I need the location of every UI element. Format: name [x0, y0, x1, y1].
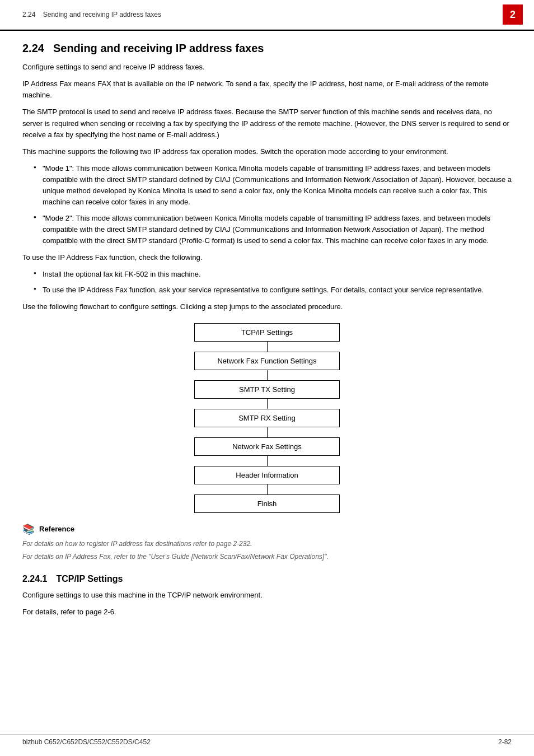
- reference-icon: 📚: [22, 523, 35, 535]
- chapter-badge: 2: [503, 4, 523, 25]
- reference-line-1: For details on how to register IP addres…: [22, 539, 512, 549]
- page-container: 2.24 Sending and receiving IP address fa…: [0, 0, 534, 756]
- flowchart: TCP/IP Settings Network Fax Function Set…: [22, 323, 512, 513]
- reference-header: 📚 Reference: [22, 523, 512, 535]
- flowchart-connector-3: [267, 399, 268, 409]
- flowchart-intro: Use the following flowchart to configure…: [22, 301, 512, 312]
- reference-block: 📚 Reference For details on how to regist…: [22, 523, 512, 562]
- header-section-label: Sending and receiving IP address faxes: [43, 11, 161, 18]
- flowchart-step-4[interactable]: SMTP RX Setting: [194, 409, 340, 427]
- reference-line-2: For details on IP Address Fax, refer to …: [22, 552, 512, 562]
- flowchart-step-3[interactable]: SMTP TX Setting: [194, 380, 340, 399]
- mode-bullet-1: "Mode 1": This mode allows communication…: [34, 163, 512, 208]
- flowchart-step-1[interactable]: TCP/IP Settings: [194, 323, 340, 342]
- page-footer: bizhub C652/C652DS/C552/C552DS/C452 2-82: [0, 734, 534, 746]
- body-para-4: This machine supports the following two …: [22, 146, 512, 157]
- subsection-2241: 2.24.1 TCP/IP Settings Configure setting…: [22, 574, 512, 618]
- footer-left: bizhub C652/C652DS/C552/C552DS/C452: [22, 738, 151, 746]
- section-heading: 2.24 Sending and receiving IP address fa…: [22, 42, 512, 55]
- check-bullet-list: Install the optional fax kit FK-502 in t…: [34, 269, 512, 296]
- header-section-number: 2.24: [22, 11, 35, 18]
- flowchart-connector-2: [267, 370, 268, 380]
- flowchart-step-7[interactable]: Finish: [194, 494, 340, 513]
- header-section-ref: 2.24 Sending and receiving IP address fa…: [22, 11, 161, 18]
- mode-bullet-2: "Mode 2": This mode allows communication…: [34, 213, 512, 246]
- check-bullet-2: To use the IP Address Fax function, ask …: [34, 284, 512, 296]
- section-number: 2.24: [22, 42, 44, 55]
- flowchart-step-6[interactable]: Header Information: [194, 466, 340, 484]
- mode-bullet-list: "Mode 1": This mode allows communication…: [34, 163, 512, 246]
- header-bar: 2.24 Sending and receiving IP address fa…: [0, 0, 534, 30]
- subsection-title: TCP/IP Settings: [56, 574, 123, 584]
- body-para-3: The SMTP protocol is used to send and re…: [22, 106, 512, 140]
- footer-right: 2-82: [498, 738, 512, 746]
- subsection-para-1: Configure settings to use this machine i…: [22, 590, 512, 601]
- flowchart-connector-1: [267, 342, 268, 352]
- flowchart-connector-5: [267, 456, 268, 466]
- main-content: 2.24 Sending and receiving IP address fa…: [0, 31, 534, 634]
- flowchart-step-5[interactable]: Network Fax Settings: [194, 437, 340, 456]
- subsection-number: 2.24.1: [22, 574, 47, 584]
- check-intro: To use the IP Address Fax function, chec…: [22, 252, 512, 263]
- reference-label: Reference: [39, 525, 74, 533]
- body-para-2: IP Address Fax means FAX that is availab…: [22, 78, 512, 101]
- subsection-para-2: For details, refer to page 2-6.: [22, 606, 512, 618]
- check-bullet-1: Install the optional fax kit FK-502 in t…: [34, 269, 512, 280]
- flowchart-connector-6: [267, 484, 268, 494]
- flowchart-connector-4: [267, 427, 268, 437]
- flowchart-step-2[interactable]: Network Fax Function Settings: [194, 352, 340, 370]
- section-title: Sending and receiving IP address faxes: [53, 42, 264, 55]
- subsection-heading: 2.24.1 TCP/IP Settings: [22, 574, 512, 584]
- body-para-1: Configure settings to send and receive I…: [22, 62, 512, 73]
